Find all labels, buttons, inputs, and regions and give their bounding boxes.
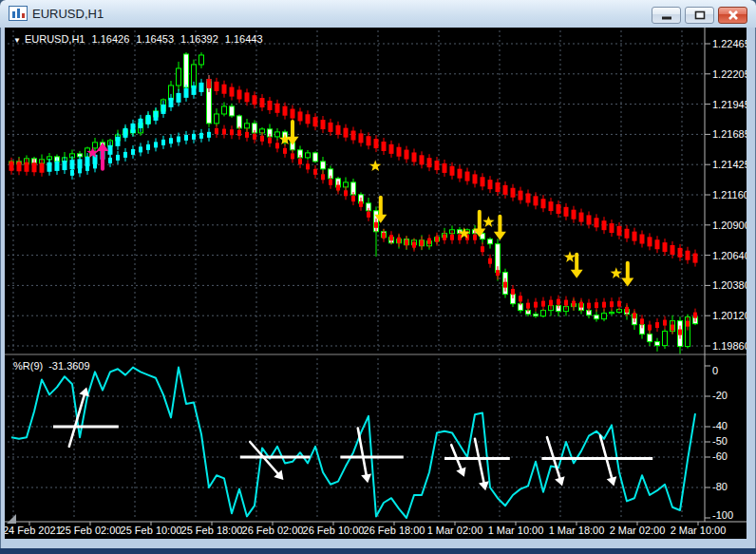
indicator-axis-label: -50 xyxy=(712,435,728,447)
price-axis-label: 1.21425 xyxy=(712,159,747,170)
candle xyxy=(199,55,204,65)
trend-dot-major xyxy=(625,229,630,239)
trend-dot-minor xyxy=(534,302,538,308)
trend-dot-major xyxy=(655,239,660,249)
trend-dot-major xyxy=(154,111,159,121)
time-axis-label: 2 Mar 02:00 xyxy=(610,525,666,536)
price-axis-label: 1.22205 xyxy=(712,68,747,80)
trend-dot-minor xyxy=(420,240,424,246)
trend-dot-major xyxy=(32,162,37,172)
trend-dot-major xyxy=(374,139,379,148)
trend-dot-minor xyxy=(123,152,127,158)
indicator-resize-grip[interactable] xyxy=(7,514,16,524)
price-axis-label: 1.19860 xyxy=(712,340,747,352)
sell-arrow-icon-head xyxy=(571,270,583,278)
trend-dot-major xyxy=(215,82,219,91)
price-axis-label: 1.20900 xyxy=(712,220,747,231)
trend-dot-major xyxy=(671,245,675,255)
trend-dot-minor xyxy=(245,132,249,138)
trend-dot-minor xyxy=(207,132,211,138)
trend-dot-major xyxy=(686,251,690,260)
trend-dot-major xyxy=(291,109,295,119)
trend-dot-minor xyxy=(131,149,135,155)
price-axis-label: 1.20640 xyxy=(712,250,747,261)
trend-dot-major xyxy=(458,169,463,179)
close-icon xyxy=(728,10,739,20)
trend-dot-minor xyxy=(541,301,545,307)
candle xyxy=(177,68,181,86)
window-title: EURUSD,H1 xyxy=(32,7,104,21)
wpr-line xyxy=(11,368,695,518)
candle xyxy=(344,182,349,187)
trend-dot-major xyxy=(63,161,67,170)
trend-dot-minor xyxy=(93,162,97,168)
header-symbol: EURUSD,H1 xyxy=(25,33,85,45)
trend-dot-minor xyxy=(557,299,560,305)
signal-star-icon xyxy=(369,160,381,171)
trend-dot-minor xyxy=(617,301,621,307)
trend-dot-major xyxy=(526,193,531,202)
trend-dot-minor xyxy=(351,196,355,201)
trend-dot-major xyxy=(9,162,14,171)
trend-dot-minor xyxy=(192,134,196,140)
close-button[interactable] xyxy=(718,7,747,24)
trend-dot-minor xyxy=(161,140,165,145)
time-axis-label: 1 Mar 10:00 xyxy=(488,525,544,536)
price-axis-label: 1.21160 xyxy=(712,189,747,201)
header-close: 1.16443 xyxy=(225,33,263,45)
header-high: 1.16453 xyxy=(136,33,174,45)
candle xyxy=(602,314,607,319)
candle xyxy=(230,106,235,116)
trend-dot-minor xyxy=(321,174,325,180)
trend-dot-major xyxy=(207,79,212,88)
restore-button[interactable] xyxy=(685,7,714,24)
trend-dot-major xyxy=(481,177,485,186)
title-bar[interactable]: EURUSD,H1 xyxy=(0,0,756,28)
time-axis-label: 2 Mar 10:00 xyxy=(671,525,727,536)
time-axis-label: 25 Feb 18:00 xyxy=(181,525,243,536)
trend-dot-major xyxy=(549,201,554,211)
trend-dot-minor xyxy=(397,238,401,243)
trend-dot-major xyxy=(450,166,455,176)
annotation-down-arrow-icon-head xyxy=(607,476,617,486)
indicator-value: -31.3609 xyxy=(48,360,89,372)
trend-dot-minor xyxy=(139,146,142,152)
trend-dot-minor xyxy=(450,235,454,240)
candle xyxy=(306,153,311,158)
trend-dot-minor xyxy=(427,239,431,244)
trend-dot-major xyxy=(260,98,265,107)
sell-arrow-icon-head xyxy=(621,278,633,287)
trend-dot-major xyxy=(382,142,387,151)
trend-dot-major xyxy=(473,174,478,183)
trend-dot-minor xyxy=(336,185,340,191)
candle xyxy=(321,162,326,169)
indicator-label: %R(9)-31.3609 xyxy=(13,360,96,372)
trend-dot-major xyxy=(161,105,166,114)
time-axis-label: 26 Feb 10:00 xyxy=(303,525,365,536)
sell-arrow-icon-head xyxy=(494,232,506,240)
candle xyxy=(245,124,250,128)
trend-dot-major xyxy=(511,188,516,198)
candle xyxy=(488,239,493,244)
trend-dot-minor xyxy=(526,303,530,309)
trend-dot-major xyxy=(40,163,45,173)
trend-dot-major xyxy=(192,86,197,95)
candle xyxy=(313,153,318,162)
candle xyxy=(93,143,98,148)
chart-symbol-header[interactable]: ▼EURUSD,H11.164261.164531.163921.16443 xyxy=(13,33,270,45)
trend-dot-minor xyxy=(389,235,393,240)
trend-dot-minor xyxy=(496,270,500,276)
chart-canvas[interactable]: 1.224651.222051.219451.216851.214251.211… xyxy=(5,28,747,539)
minimize-button[interactable] xyxy=(652,7,681,24)
restore-icon xyxy=(694,10,706,20)
trend-dot-major xyxy=(275,104,280,113)
candle xyxy=(663,332,668,346)
trend-dot-major xyxy=(427,158,432,167)
trend-dot-minor xyxy=(116,155,120,161)
trend-dot-minor xyxy=(268,138,272,143)
trend-dot-minor xyxy=(435,237,439,242)
trend-dot-major xyxy=(541,199,546,208)
trend-dot-major xyxy=(534,196,539,205)
price-axis-label: 1.21945 xyxy=(712,99,747,110)
trend-dot-major xyxy=(640,235,645,244)
